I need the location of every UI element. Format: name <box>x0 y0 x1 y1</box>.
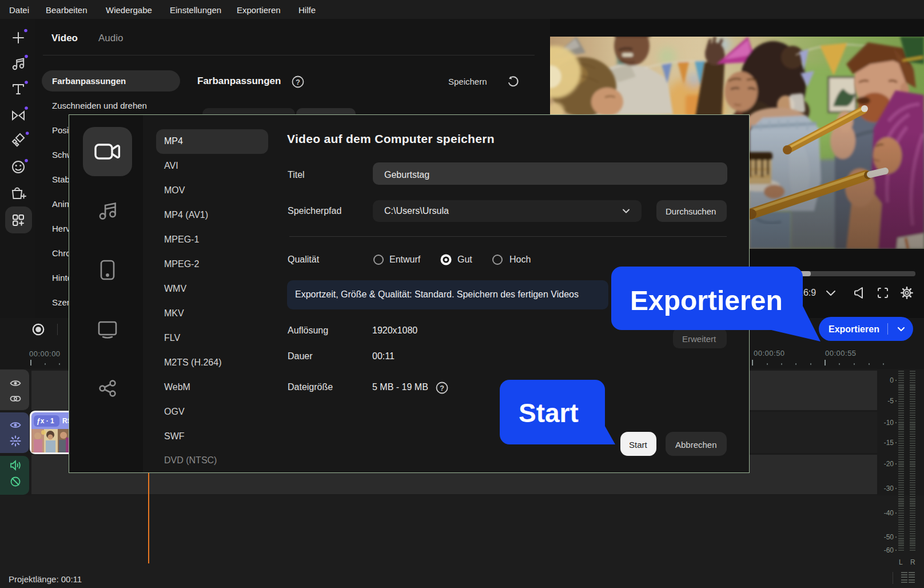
svg-text:?: ? <box>296 78 300 86</box>
svg-text:?: ? <box>440 384 444 392</box>
